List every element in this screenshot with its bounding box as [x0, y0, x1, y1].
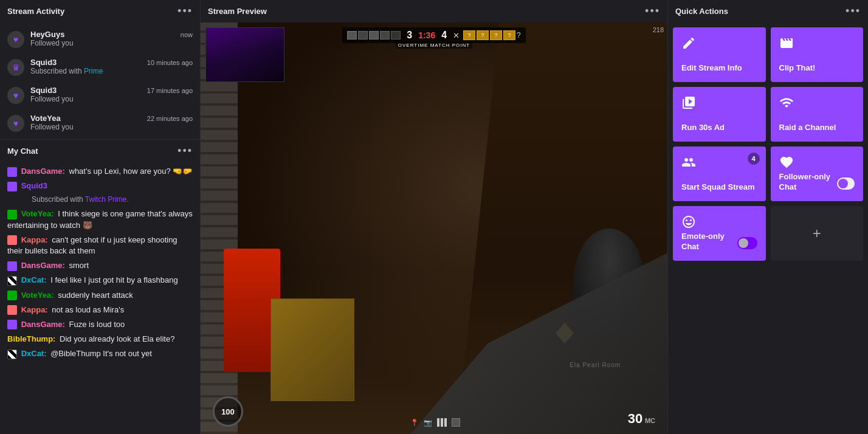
- quick-actions-grid: Edit Stream Info Clip That! Run 30: [668, 22, 868, 266]
- right-panel: Quick Actions ••• Edit Stream Info: [667, 0, 868, 434]
- smiley-icon: [681, 215, 696, 229]
- map-icon-extra: [452, 418, 460, 427]
- raid-channel-label: Raid a Channel: [779, 123, 855, 133]
- unknown-box-4: ?: [503, 30, 515, 40]
- crown-icon: ♛: [12, 63, 20, 72]
- chat-msg-dansgame-1: DansGame: what's up Lexi, how are you? 🤜…: [7, 166, 193, 177]
- film-icon: [779, 36, 794, 50]
- unknown-box-1: ?: [463, 30, 475, 40]
- text-dansgame-2: smort: [69, 261, 89, 270]
- username-voteyea-1: VoteYea:: [21, 209, 54, 218]
- activity-time-heyguys: now: [181, 31, 193, 38]
- ammo-display: 30 MC: [628, 411, 655, 427]
- raid-channel-card[interactable]: Raid a Channel: [771, 87, 864, 142]
- unknown-box-3: ?: [490, 30, 502, 40]
- badge-dansgame-1: [7, 167, 17, 177]
- activity-content-voteyea: VoteYea Followed you: [30, 114, 141, 131]
- chat-msg-dxcat-2: DxCat: @BibleThump It's not out yet: [7, 348, 193, 359]
- game-crate: [270, 298, 354, 401]
- activity-icon-voteyea: ♥: [7, 115, 24, 132]
- text-voteyea-2: suddenly heart attack: [58, 291, 133, 300]
- hud-unknown-icons: ? ? ? ? ?: [463, 30, 521, 40]
- activity-time-squid3-sub: 10 minutes ago: [147, 59, 193, 66]
- username-squid3: Squid3: [21, 181, 47, 190]
- activity-action-heyguys: Followed you: [30, 39, 174, 47]
- activity-list: ♥ HeyGuys Followed you now ♛ Squid3 Subs…: [0, 22, 200, 140]
- activity-item-squid3-follow: ♥ Squid3 Followed you 17 minutes ago: [0, 81, 200, 109]
- map-icon-camera: 📷: [424, 419, 432, 427]
- badge-voteyea-2: [7, 291, 17, 300]
- activity-username-squid3-sub: Squid3: [30, 58, 141, 67]
- stream-activity-menu-button[interactable]: •••: [177, 5, 193, 18]
- text-dxcat-1: I feel like I just got hit by a flashban…: [50, 275, 178, 284]
- username-biblethump: BibleThump:: [7, 334, 55, 343]
- hud-icon-3: [369, 31, 379, 40]
- heart-icon-2: ♥: [13, 91, 18, 100]
- follower-only-toggle[interactable]: [837, 177, 855, 190]
- run-ad-card[interactable]: Run 30s Ad: [673, 87, 766, 142]
- chat-msg-voteyea-1: VoteYea: I think siege is one game that'…: [7, 208, 193, 230]
- wifi-icon: [779, 95, 794, 110]
- add-action-card[interactable]: +: [771, 206, 864, 261]
- stream-preview-menu-button[interactable]: •••: [645, 5, 660, 18]
- emote-only-label: Emote-only Chat: [681, 232, 737, 252]
- username-dansgame-3: DansGame:: [21, 320, 65, 329]
- add-icon: +: [813, 225, 821, 242]
- hud-score-left: 3: [404, 30, 415, 41]
- ammo-bar-2: [441, 418, 443, 427]
- stream-activity-header: Stream Activity •••: [0, 0, 200, 22]
- group-icon: [681, 155, 696, 170]
- game-screen: 218 3 1:36 4: [201, 22, 667, 434]
- activity-content-squid3-follow: Squid3 Followed you: [30, 86, 141, 103]
- chat-msg-kappa-2: Kappa: not as loud as Mira's: [7, 305, 193, 315]
- health-circle: 100: [213, 396, 243, 427]
- chat-messages: DansGame: what's up Lexi, how are you? 🤜…: [0, 162, 200, 434]
- quick-actions-menu-button[interactable]: •••: [846, 5, 861, 18]
- badge-dxcat-2: [7, 350, 17, 359]
- activity-content-heyguys: HeyGuys Followed you: [30, 30, 174, 47]
- quick-actions-title: Quick Actions: [675, 7, 728, 16]
- hud-icon-1: [347, 31, 357, 40]
- badge-kappa-1: [7, 235, 17, 245]
- activity-action-squid3-follow: Followed you: [30, 95, 141, 103]
- hud-score-right: 4: [439, 30, 449, 41]
- follower-only-bottom: Follower-only Chat: [779, 172, 855, 193]
- activity-icon-squid3-sub: ♛: [7, 59, 24, 76]
- clip-that-label: Clip That!: [779, 63, 855, 74]
- sector-label: Ela Pearl Room: [570, 362, 621, 368]
- quick-actions-header: Quick Actions •••: [668, 0, 868, 22]
- hud-icon-2: [358, 31, 368, 40]
- badge-kappa-2: [7, 305, 17, 315]
- overtime-text: OVERTIME MATCH POINT: [396, 42, 472, 49]
- ammo-bar-1: [437, 418, 439, 427]
- chat-msg-dxcat-1: DxCat: I feel like I just got hit by a f…: [7, 275, 193, 286]
- activity-icon-squid3-follow: ♥: [7, 87, 24, 104]
- activity-item-squid3-sub: ♛ Squid3 Subscribed with Prime 10 minute…: [0, 53, 200, 81]
- center-panel: Stream Preview ••• 218: [201, 0, 667, 434]
- squad-stream-label: Start Squad Stream: [681, 182, 757, 193]
- main-layout: Stream Activity ••• ♥ HeyGuys Followed y…: [0, 0, 868, 434]
- emote-only-bottom: Emote-only Chat: [681, 232, 757, 252]
- chat-msg-biblethump: BibleThump: Did you already look at Ela …: [7, 334, 193, 345]
- text-dxcat-2: @BibleThump It's not out yet: [50, 349, 152, 358]
- run-ad-label: Run 30s Ad: [681, 123, 757, 133]
- follower-only-card[interactable]: Follower-only Chat: [771, 146, 864, 201]
- pencil-icon: [681, 36, 696, 50]
- raid-icon: [779, 95, 855, 112]
- emote-only-toggle[interactable]: [737, 237, 757, 249]
- chat-msg-kappa-1: Kappa: can't get shot if u just keep sho…: [7, 235, 193, 257]
- emote-only-card[interactable]: Emote-only Chat: [673, 206, 766, 261]
- activity-content-squid3-sub: Squid3 Subscribed with Prime: [30, 58, 141, 75]
- follower-only-label: Follower-only Chat: [779, 172, 837, 193]
- activity-username-squid3-follow: Squid3: [30, 86, 141, 95]
- heart-icon: ♥: [13, 35, 18, 44]
- my-chat-menu-button[interactable]: •••: [177, 145, 193, 157]
- squad-stream-card[interactable]: 4 Start Squad Stream: [673, 146, 766, 201]
- activity-item-heyguys: ♥ HeyGuys Followed you now: [0, 25, 200, 53]
- squad-badge: 4: [748, 153, 760, 165]
- edit-stream-info-card[interactable]: Edit Stream Info: [673, 27, 766, 82]
- clip-that-card[interactable]: Clip That!: [771, 27, 864, 82]
- activity-username-heyguys: HeyGuys: [30, 30, 174, 39]
- prime-badge: Prime: [84, 67, 103, 75]
- username-dxcat-1: DxCat:: [21, 275, 47, 284]
